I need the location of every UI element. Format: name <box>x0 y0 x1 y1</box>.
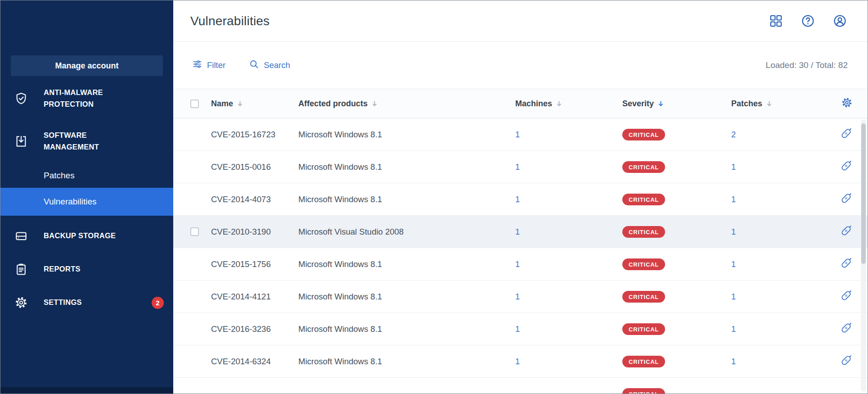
affected-product: Microsoft Windows 8.1 <box>298 162 515 172</box>
sidebar-item-label: SOFTWARE MANAGEMENT <box>44 130 134 153</box>
patches-count-link[interactable]: 1 <box>731 324 736 334</box>
column-header-machines[interactable]: Machines <box>515 99 622 109</box>
filter-icon <box>192 59 202 72</box>
toolbar: Filter Search Loaded: 30 / Total: 82 <box>173 42 868 89</box>
gear-icon <box>14 296 28 309</box>
severity-badge: CRITICAL <box>622 291 665 303</box>
storage-drive-icon <box>14 229 28 243</box>
table-header: Name Affected products Machines Severity… <box>173 89 868 118</box>
manage-account-button[interactable]: Manage account <box>11 55 163 76</box>
patches-count-link[interactable]: 1 <box>731 162 736 172</box>
vertical-scrollbar-thumb[interactable] <box>861 123 866 264</box>
vertical-scrollbar-track[interactable] <box>861 119 866 392</box>
table-row[interactable]: CVE-2016-3236 Microsoft Windows 8.1 1 CR… <box>173 313 868 345</box>
install-patch-icon[interactable] <box>840 225 852 237</box>
severity-badge: CRITICAL <box>622 226 665 238</box>
sidebar-footer <box>0 387 173 394</box>
sort-icon[interactable] <box>372 100 378 107</box>
severity-badge: CRITICAL <box>622 323 665 335</box>
app-switcher-icon[interactable] <box>769 14 783 28</box>
install-patch-icon[interactable] <box>840 257 852 269</box>
install-patch-icon[interactable] <box>840 192 852 204</box>
search-button[interactable]: Search <box>249 59 290 72</box>
table-row[interactable]: CVE-2015-16723 Microsoft Windows 8.1 1 C… <box>173 118 868 151</box>
severity-badge: CRITICAL <box>622 161 665 173</box>
sidebar-item-reports[interactable]: REPORTS <box>0 256 173 282</box>
sidebar-item-patches[interactable]: Patches <box>0 165 173 186</box>
column-label: Severity <box>622 99 654 109</box>
sort-icon-active[interactable] <box>658 100 664 107</box>
help-icon[interactable] <box>801 14 815 28</box>
select-all-checkbox[interactable] <box>190 100 199 108</box>
affected-product: Microsoft Windows 8.1 <box>298 357 515 367</box>
sidebar-item-label: SETTINGS <box>44 297 82 308</box>
machines-count-link[interactable]: 1 <box>515 162 520 172</box>
affected-product: Microsoft Windows 8.1 <box>298 292 515 302</box>
patches-count-link[interactable]: 1 <box>731 259 736 269</box>
sidebar-item-anti-malware-protection[interactable]: ANTI-MALWARE PROTECTION <box>0 81 173 116</box>
sort-icon[interactable] <box>556 100 562 107</box>
table-row-partial[interactable]: CRITICAL <box>173 378 868 394</box>
software-download-icon <box>14 135 28 148</box>
page-title: Vulnerabilities <box>190 14 270 28</box>
severity-badge: CRITICAL <box>622 194 665 205</box>
install-patch-icon[interactable] <box>840 160 852 172</box>
affected-product: Microsoft Windows 8.1 <box>298 324 515 334</box>
machines-count-link[interactable]: 1 <box>515 195 520 204</box>
table-row[interactable]: CVE-2015-0016 Microsoft Windows 8.1 1 CR… <box>173 151 868 183</box>
column-header-severity[interactable]: Severity <box>622 99 731 109</box>
machines-count-link[interactable]: 1 <box>515 357 520 366</box>
table-row[interactable]: CVE-2014-6324 Microsoft Windows 8.1 1 CR… <box>173 345 868 378</box>
notification-badge: 2 <box>152 297 164 309</box>
sort-icon[interactable] <box>766 100 772 107</box>
header-icons <box>769 14 847 28</box>
sidebar-item-software-management[interactable]: SOFTWARE MANAGEMENT <box>0 123 173 159</box>
machines-count-link[interactable]: 1 <box>515 227 520 236</box>
vulnerability-name: CVE-2015-1756 <box>211 259 298 269</box>
patches-count-link[interactable]: 1 <box>731 292 736 301</box>
patches-count-link[interactable]: 1 <box>731 357 736 366</box>
loaded-total-counter: Loaded: 30 / Total: 82 <box>766 60 848 70</box>
app-window: Manage account ANTI-MALWARE PROTECTION S… <box>0 0 868 394</box>
patches-count-link[interactable]: 2 <box>731 130 736 139</box>
column-label: Affected products <box>298 99 368 109</box>
search-label: Search <box>264 60 290 70</box>
table-row[interactable]: CVE-2014-4121 Microsoft Windows 8.1 1 CR… <box>173 281 868 313</box>
sort-icon[interactable] <box>237 100 243 107</box>
affected-product: Microsoft Windows 8.1 <box>298 195 515 204</box>
install-patch-icon[interactable] <box>840 354 852 367</box>
sidebar-item-vulnerabilities[interactable]: Vulnerabilities <box>0 188 173 216</box>
column-settings-gear-icon[interactable] <box>841 97 853 109</box>
vulnerability-name: CVE-2014-4073 <box>211 195 298 204</box>
machines-count-link[interactable]: 1 <box>515 324 520 334</box>
column-label: Name <box>211 99 233 109</box>
install-patch-icon[interactable] <box>840 322 852 334</box>
patches-count-link[interactable]: 1 <box>731 195 736 204</box>
severity-badge: CRITICAL <box>622 356 665 367</box>
sidebar-item-label: ANTI-MALWARE PROTECTION <box>44 87 134 110</box>
table-row[interactable]: CVE-2014-4073 Microsoft Windows 8.1 1 CR… <box>173 183 868 216</box>
machines-count-link[interactable]: 1 <box>515 130 520 139</box>
machines-count-link[interactable]: 1 <box>515 292 520 301</box>
shield-check-icon <box>14 92 28 105</box>
column-header-name[interactable]: Name <box>211 99 298 109</box>
search-icon <box>249 59 259 72</box>
sidebar-item-settings[interactable]: SETTINGS 2 <box>0 290 173 316</box>
table-row[interactable]: CVE-2015-1756 Microsoft Windows 8.1 1 CR… <box>173 248 868 281</box>
account-icon[interactable] <box>833 14 847 28</box>
row-checkbox[interactable] <box>190 227 199 236</box>
column-label: Patches <box>731 99 762 109</box>
machines-count-link[interactable]: 1 <box>515 259 520 269</box>
affected-product: Microsoft Visual Studio 2008 <box>298 227 515 237</box>
table-row-hovered[interactable]: CVE-2010-3190 Microsoft Visual Studio 20… <box>173 216 868 248</box>
sidebar-item-label: REPORTS <box>44 263 134 275</box>
sidebar: Manage account ANTI-MALWARE PROTECTION S… <box>0 0 173 394</box>
filter-button[interactable]: Filter <box>192 59 225 72</box>
install-patch-icon[interactable] <box>840 290 852 302</box>
patches-count-link[interactable]: 1 <box>731 227 736 236</box>
column-header-patches[interactable]: Patches <box>731 99 837 109</box>
column-header-affected-products[interactable]: Affected products <box>298 99 515 109</box>
install-patch-icon[interactable] <box>840 127 852 140</box>
sidebar-item-backup-storage[interactable]: BACKUP STORAGE <box>0 223 173 249</box>
page-header: Vulnerabilities <box>173 0 868 42</box>
